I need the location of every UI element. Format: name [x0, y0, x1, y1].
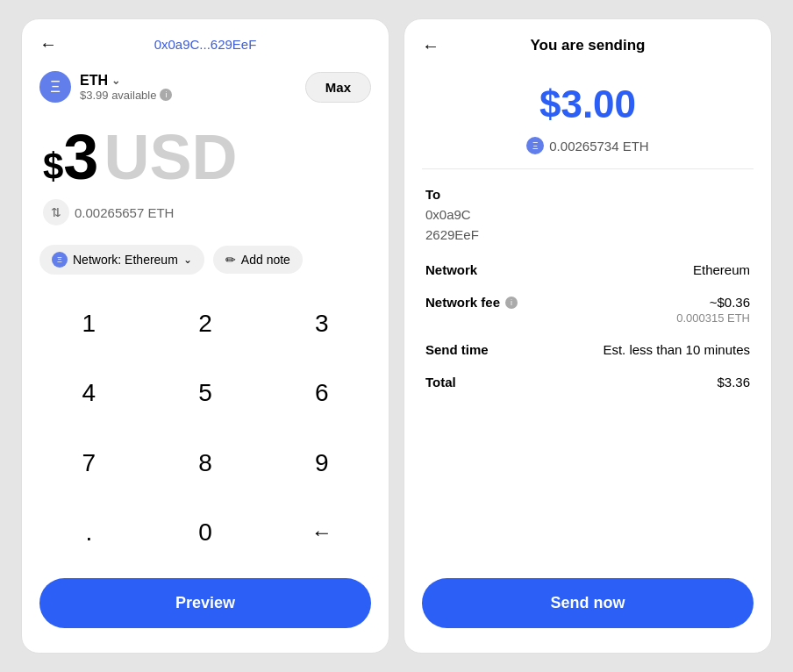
amount-number: 3: [63, 125, 98, 189]
amount-display: $ 3 USD: [22, 111, 389, 196]
to-address-line2: 2629EeF: [425, 227, 479, 242]
fee-info-icon[interactable]: i: [505, 297, 518, 309]
sending-eth-row: Ξ 0.00265734 ETH: [404, 132, 771, 168]
token-row: Ξ ETH ⌄ $3.99 available i Max: [22, 62, 389, 111]
details-section: To 0x0a9C 2629EeF Network Ethereum Netwo…: [404, 169, 771, 568]
sending-amount-section: $3.00: [404, 65, 771, 132]
preview-btn-container: Preview: [22, 568, 389, 653]
network-button[interactable]: Ξ Network: Ethereum ⌄: [39, 245, 204, 275]
amount-currency: USD: [104, 125, 237, 189]
key-0[interactable]: 0: [147, 498, 264, 568]
token-chevron-icon: ⌄: [111, 75, 120, 87]
network-eth-symbol: Ξ: [57, 255, 62, 264]
total-value: $3.36: [717, 375, 750, 390]
info-icon[interactable]: i: [160, 89, 172, 101]
key-7[interactable]: 7: [31, 428, 147, 498]
right-screen: ← You are sending $3.00 Ξ 0.00265734 ETH…: [404, 18, 772, 654]
network-row: Network Ethereum: [425, 262, 750, 277]
key-2[interactable]: 2: [147, 289, 264, 359]
network-eth-icon: Ξ: [52, 252, 68, 268]
add-note-label: Add note: [241, 253, 290, 267]
fee-usd-value: ~$0.36: [676, 295, 750, 310]
fee-row: Network fee i ~$0.36 0.000315 ETH: [425, 295, 750, 325]
eth-symbol: Ξ: [50, 78, 61, 97]
left-back-button[interactable]: ←: [39, 34, 57, 54]
key-4[interactable]: 4: [31, 359, 147, 429]
key-5[interactable]: 5: [147, 359, 264, 429]
key-8[interactable]: 8: [147, 428, 264, 498]
right-header: ← You are sending: [404, 19, 771, 65]
send-time-row: Send time Est. less than 10 minutes: [425, 342, 750, 357]
key-1[interactable]: 1: [31, 289, 147, 359]
fee-value-container: ~$0.36 0.000315 ETH: [676, 295, 750, 325]
screens-container: ← 0x0a9C...629EeF Ξ ETH ⌄ $3.99 availabl…: [0, 0, 793, 672]
fee-label-container: Network fee i: [425, 295, 518, 310]
total-row: Total $3.36: [425, 375, 750, 390]
add-note-button[interactable]: ✏ Add note: [213, 246, 303, 274]
max-button[interactable]: Max: [305, 72, 371, 103]
key-backspace[interactable]: ←: [263, 498, 380, 568]
token-details: ETH ⌄ $3.99 available i: [80, 73, 172, 102]
eth-equivalent: ⇅ 0.00265657 ETH: [22, 196, 389, 236]
network-value: Ethereum: [693, 262, 750, 277]
key-dot[interactable]: .: [31, 498, 147, 568]
eth-value: 0.00265657 ETH: [75, 205, 174, 220]
send-now-btn-container: Send now: [404, 568, 771, 653]
left-header: ← 0x0a9C...629EeF: [22, 19, 389, 62]
swap-button[interactable]: ⇅: [43, 199, 69, 225]
right-back-button[interactable]: ←: [422, 36, 439, 56]
key-6[interactable]: 6: [263, 359, 380, 429]
network-label: Network: [425, 262, 477, 277]
to-address-line1: 0x0a9C: [425, 207, 471, 222]
to-label: To: [425, 187, 750, 202]
fee-eth-value: 0.000315 ETH: [676, 311, 750, 325]
keypad: 1 2 3 4 5 6 7 8 9 . 0 ←: [22, 289, 389, 568]
to-address: 0x0a9C 2629EeF: [425, 205, 750, 245]
available-amount: $3.99 available: [80, 89, 156, 102]
network-label: Network: Ethereum: [73, 253, 178, 267]
send-time-value: Est. less than 10 minutes: [603, 342, 750, 357]
right-title: You are sending: [531, 37, 646, 54]
send-now-button[interactable]: Send now: [422, 578, 754, 628]
sending-usd-amount: $3.00: [422, 82, 754, 126]
to-row: To 0x0a9C 2629EeF: [425, 187, 750, 245]
pencil-icon: ✏: [225, 253, 236, 267]
total-label: Total: [425, 375, 456, 390]
options-row: Ξ Network: Ethereum ⌄ ✏ Add note: [22, 236, 389, 289]
wallet-address: 0x0a9C...629EeF: [154, 37, 257, 52]
token-available: $3.99 available i: [80, 89, 172, 102]
sending-eth-icon: Ξ: [526, 137, 544, 154]
left-screen: ← 0x0a9C...629EeF Ξ ETH ⌄ $3.99 availabl…: [21, 18, 389, 654]
network-chevron-icon: ⌄: [183, 254, 192, 266]
send-time-label: Send time: [425, 342, 489, 357]
sending-eth-amount: 0.00265734 ETH: [549, 139, 648, 154]
eth-icon: Ξ: [39, 71, 71, 103]
preview-button[interactable]: Preview: [39, 578, 371, 628]
fee-label: Network fee: [425, 295, 500, 310]
token-name: ETH: [80, 73, 108, 89]
key-3[interactable]: 3: [263, 289, 380, 359]
dollar-sign: $: [43, 148, 63, 185]
token-name-row[interactable]: ETH ⌄: [80, 73, 172, 89]
key-9[interactable]: 9: [263, 428, 380, 498]
sending-eth-symbol: Ξ: [532, 141, 539, 151]
token-info: Ξ ETH ⌄ $3.99 available i: [39, 71, 172, 103]
